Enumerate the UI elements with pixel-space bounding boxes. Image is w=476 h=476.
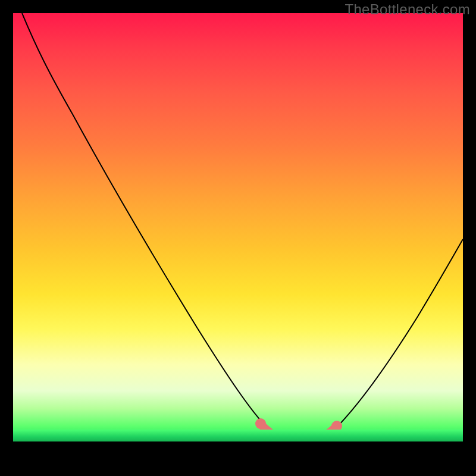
watermark-text: TheBottleneck.com xyxy=(345,1,470,18)
bottleneck-curve xyxy=(22,13,463,441)
axis-base xyxy=(13,441,463,452)
chart-frame xyxy=(13,13,463,463)
highlight-start-dot xyxy=(255,418,266,429)
plot-area xyxy=(13,13,463,452)
bottleneck-curve-svg xyxy=(13,13,463,452)
green-baseline-strip xyxy=(13,430,463,441)
